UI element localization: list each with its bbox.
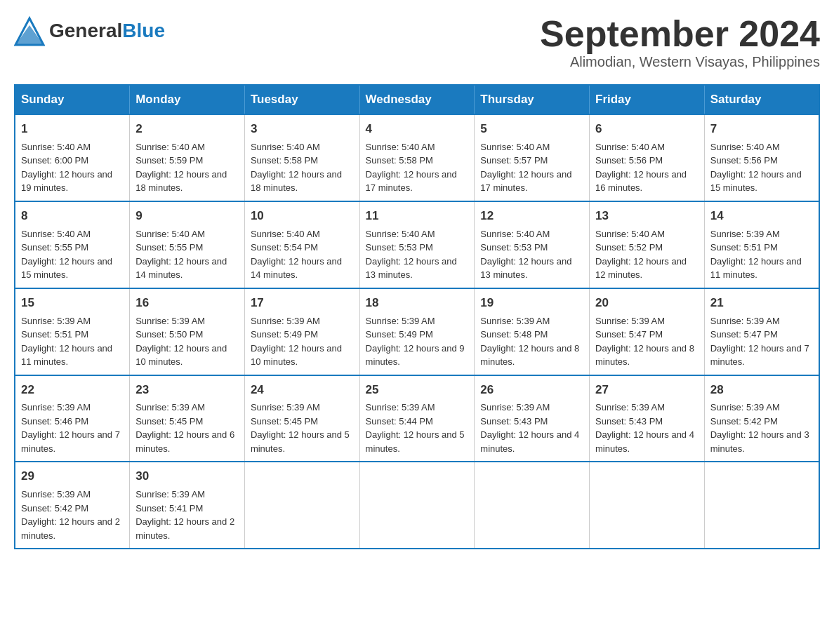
day-number: 8 <box>21 208 124 224</box>
day-info: Sunrise: 5:40 AMSunset: 5:55 PMDaylight:… <box>135 229 227 281</box>
day-info: Sunrise: 5:39 AMSunset: 5:50 PMDaylight:… <box>135 316 227 368</box>
calendar-week-1: 1 Sunrise: 5:40 AMSunset: 6:00 PMDayligh… <box>15 114 819 201</box>
calendar-cell: 26 Sunrise: 5:39 AMSunset: 5:43 PMDaylig… <box>475 375 590 462</box>
header-thursday: Thursday <box>475 85 590 114</box>
day-info: Sunrise: 5:40 AMSunset: 5:53 PMDaylight:… <box>366 229 457 281</box>
day-number: 5 <box>480 121 583 137</box>
day-info: Sunrise: 5:39 AMSunset: 5:51 PMDaylight:… <box>710 229 802 281</box>
day-number: 27 <box>595 382 699 398</box>
calendar-cell: 7 Sunrise: 5:40 AMSunset: 5:56 PMDayligh… <box>704 114 819 201</box>
days-of-week-row: Sunday Monday Tuesday Wednesday Thursday… <box>15 85 819 114</box>
calendar-cell: 14 Sunrise: 5:39 AMSunset: 5:51 PMDaylig… <box>704 201 819 288</box>
calendar-cell: 18 Sunrise: 5:39 AMSunset: 5:49 PMDaylig… <box>359 288 475 375</box>
logo: GeneralBlue <box>14 14 165 48</box>
calendar-cell: 1 Sunrise: 5:40 AMSunset: 6:00 PMDayligh… <box>15 114 130 201</box>
page-header: GeneralBlue September 2024 Alimodian, We… <box>14 14 820 70</box>
day-info: Sunrise: 5:40 AMSunset: 5:53 PMDaylight:… <box>480 229 571 281</box>
day-number: 1 <box>21 121 124 137</box>
calendar-cell: 13 Sunrise: 5:40 AMSunset: 5:52 PMDaylig… <box>590 201 705 288</box>
logo-mark <box>14 15 45 49</box>
calendar-cell <box>244 462 359 549</box>
page-title: September 2024 <box>540 14 820 54</box>
day-info: Sunrise: 5:39 AMSunset: 5:43 PMDaylight:… <box>480 402 579 454</box>
calendar-cell <box>359 462 475 549</box>
day-number: 23 <box>135 382 239 398</box>
logo-blue-text: Blue <box>122 20 165 41</box>
day-info: Sunrise: 5:39 AMSunset: 5:51 PMDaylight:… <box>21 316 112 368</box>
calendar-cell: 5 Sunrise: 5:40 AMSunset: 5:57 PMDayligh… <box>475 114 590 201</box>
calendar-cell: 12 Sunrise: 5:40 AMSunset: 5:53 PMDaylig… <box>475 201 590 288</box>
calendar-cell: 2 Sunrise: 5:40 AMSunset: 5:59 PMDayligh… <box>130 114 245 201</box>
calendar-cell: 17 Sunrise: 5:39 AMSunset: 5:49 PMDaylig… <box>244 288 359 375</box>
day-info: Sunrise: 5:40 AMSunset: 5:58 PMDaylight:… <box>251 142 342 194</box>
calendar-cell: 4 Sunrise: 5:40 AMSunset: 5:58 PMDayligh… <box>359 114 475 201</box>
calendar-cell: 28 Sunrise: 5:39 AMSunset: 5:42 PMDaylig… <box>704 375 819 462</box>
day-number: 4 <box>366 121 469 137</box>
day-number: 13 <box>595 208 699 224</box>
day-number: 28 <box>710 382 813 398</box>
day-number: 24 <box>251 382 354 398</box>
day-info: Sunrise: 5:39 AMSunset: 5:41 PMDaylight:… <box>135 489 234 541</box>
calendar-cell: 6 Sunrise: 5:40 AMSunset: 5:56 PMDayligh… <box>590 114 705 201</box>
day-info: Sunrise: 5:40 AMSunset: 5:59 PMDaylight:… <box>135 142 227 194</box>
calendar-cell: 30 Sunrise: 5:39 AMSunset: 5:41 PMDaylig… <box>130 462 245 549</box>
day-number: 6 <box>595 121 699 137</box>
day-number: 9 <box>135 208 239 224</box>
header-saturday: Saturday <box>704 85 819 114</box>
day-info: Sunrise: 5:39 AMSunset: 5:45 PMDaylight:… <box>135 402 234 454</box>
day-info: Sunrise: 5:39 AMSunset: 5:43 PMDaylight:… <box>595 402 694 454</box>
day-info: Sunrise: 5:39 AMSunset: 5:42 PMDaylight:… <box>21 489 120 541</box>
day-number: 3 <box>251 121 354 137</box>
calendar-cell: 11 Sunrise: 5:40 AMSunset: 5:53 PMDaylig… <box>359 201 475 288</box>
day-number: 12 <box>480 208 583 224</box>
title-block: September 2024 Alimodian, Western Visaya… <box>540 14 820 70</box>
header-friday: Friday <box>590 85 705 114</box>
calendar-cell: 22 Sunrise: 5:39 AMSunset: 5:46 PMDaylig… <box>15 375 130 462</box>
day-number: 10 <box>251 208 354 224</box>
calendar-cell: 27 Sunrise: 5:39 AMSunset: 5:43 PMDaylig… <box>590 375 705 462</box>
calendar-week-4: 22 Sunrise: 5:39 AMSunset: 5:46 PMDaylig… <box>15 375 819 462</box>
calendar-week-5: 29 Sunrise: 5:39 AMSunset: 5:42 PMDaylig… <box>15 462 819 549</box>
calendar-week-3: 15 Sunrise: 5:39 AMSunset: 5:51 PMDaylig… <box>15 288 819 375</box>
page-subtitle: Alimodian, Western Visayas, Philippines <box>540 54 820 70</box>
day-number: 7 <box>710 121 813 137</box>
day-info: Sunrise: 5:39 AMSunset: 5:49 PMDaylight:… <box>251 316 342 368</box>
calendar-cell: 25 Sunrise: 5:39 AMSunset: 5:44 PMDaylig… <box>359 375 475 462</box>
day-info: Sunrise: 5:39 AMSunset: 5:47 PMDaylight:… <box>710 316 809 368</box>
day-info: Sunrise: 5:40 AMSunset: 5:57 PMDaylight:… <box>480 142 571 194</box>
calendar-cell: 9 Sunrise: 5:40 AMSunset: 5:55 PMDayligh… <box>130 201 245 288</box>
day-info: Sunrise: 5:39 AMSunset: 5:47 PMDaylight:… <box>595 316 694 368</box>
calendar-table: Sunday Monday Tuesday Wednesday Thursday… <box>14 84 820 549</box>
calendar-cell: 29 Sunrise: 5:39 AMSunset: 5:42 PMDaylig… <box>15 462 130 549</box>
day-info: Sunrise: 5:39 AMSunset: 5:44 PMDaylight:… <box>366 402 465 454</box>
day-number: 19 <box>480 295 583 311</box>
day-number: 29 <box>21 468 124 485</box>
day-info: Sunrise: 5:40 AMSunset: 5:58 PMDaylight:… <box>366 142 457 194</box>
day-info: Sunrise: 5:40 AMSunset: 5:55 PMDaylight:… <box>21 229 112 281</box>
day-number: 30 <box>135 468 239 485</box>
day-number: 15 <box>21 295 124 311</box>
day-number: 16 <box>135 295 239 311</box>
day-number: 18 <box>366 295 469 311</box>
day-number: 2 <box>135 121 239 137</box>
day-info: Sunrise: 5:40 AMSunset: 6:00 PMDaylight:… <box>21 142 112 194</box>
logo-general-text: General <box>49 20 122 41</box>
day-number: 14 <box>710 208 813 224</box>
calendar-cell: 20 Sunrise: 5:39 AMSunset: 5:47 PMDaylig… <box>590 288 705 375</box>
calendar-week-2: 8 Sunrise: 5:40 AMSunset: 5:55 PMDayligh… <box>15 201 819 288</box>
calendar-cell: 24 Sunrise: 5:39 AMSunset: 5:45 PMDaylig… <box>244 375 359 462</box>
calendar-cell <box>475 462 590 549</box>
calendar-cell: 3 Sunrise: 5:40 AMSunset: 5:58 PMDayligh… <box>244 114 359 201</box>
calendar-cell: 21 Sunrise: 5:39 AMSunset: 5:47 PMDaylig… <box>704 288 819 375</box>
calendar-body: 1 Sunrise: 5:40 AMSunset: 6:00 PMDayligh… <box>15 114 819 549</box>
header-monday: Monday <box>130 85 245 114</box>
header-tuesday: Tuesday <box>244 85 359 114</box>
day-number: 11 <box>366 208 469 224</box>
day-info: Sunrise: 5:39 AMSunset: 5:49 PMDaylight:… <box>366 316 465 368</box>
header-sunday: Sunday <box>15 85 130 114</box>
calendar-cell <box>590 462 705 549</box>
day-info: Sunrise: 5:39 AMSunset: 5:45 PMDaylight:… <box>251 402 350 454</box>
calendar-cell: 16 Sunrise: 5:39 AMSunset: 5:50 PMDaylig… <box>130 288 245 375</box>
day-number: 21 <box>710 295 813 311</box>
calendar-cell: 10 Sunrise: 5:40 AMSunset: 5:54 PMDaylig… <box>244 201 359 288</box>
